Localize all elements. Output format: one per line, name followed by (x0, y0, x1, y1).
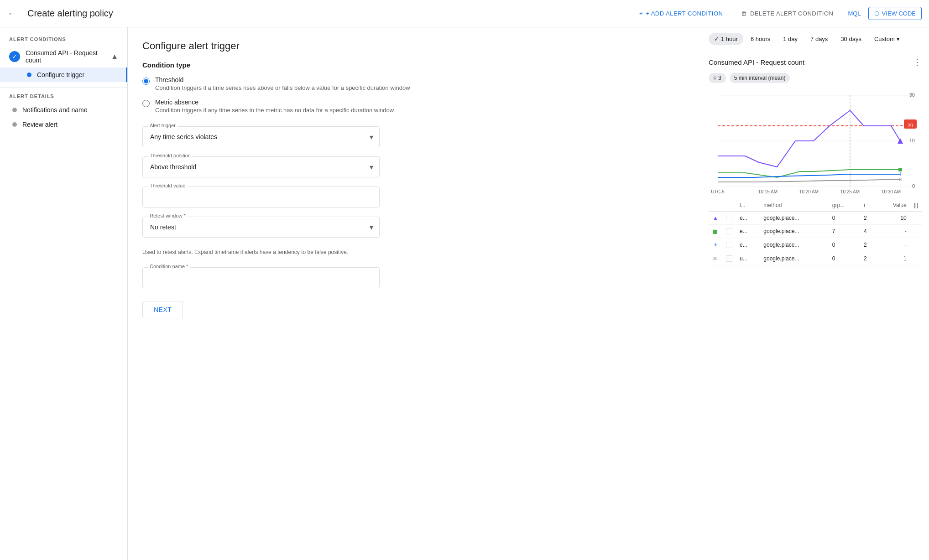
main-title: Configure alert trigger (142, 40, 686, 52)
threshold-position-wrapper: Threshold position Above threshold (142, 156, 380, 177)
chevron-up-icon: ▲ (111, 52, 118, 61)
legend-grp: 0 (829, 238, 860, 252)
dot-icon-2 (12, 122, 17, 127)
code-icon: ⬡ (874, 10, 879, 17)
legend-col1: u... (736, 252, 760, 265)
legend-row[interactable]: ◼ e... google.place... 7 4 - (709, 225, 922, 238)
legend-symbol: ▲ (709, 212, 722, 225)
legend-r: 4 (860, 225, 877, 238)
next-button[interactable]: NEXT (142, 301, 183, 318)
metric-absence-radio-desc: Condition triggers if any time series in… (155, 107, 394, 114)
legend-grp: 0 (829, 212, 860, 225)
legend-col-grp: grp... (829, 199, 860, 212)
retest-window-select[interactable]: No retest (142, 217, 380, 238)
svg-text:20: 20 (908, 123, 913, 128)
threshold-value-input[interactable]: 20 (142, 187, 380, 207)
svg-text:10:30 AM: 10:30 AM (882, 189, 901, 194)
legend-value: - (877, 225, 910, 238)
legend-grp: 7 (829, 225, 860, 238)
threshold-radio-desc: Condition triggers if a time series rise… (155, 84, 410, 91)
chart-menu-button[interactable]: ⋮ (913, 57, 922, 67)
time-btn-1hour[interactable]: ✓ 1 hour (709, 33, 743, 45)
right-panel: ✓ 1 hour 6 hours 1 day 7 days 30 days Cu… (701, 27, 929, 560)
chart-svg: 30 10 0 20 (709, 88, 922, 199)
metric-absence-radio-label: Metric absence (155, 99, 394, 106)
legend-row[interactable]: ✕ u... google.place... 0 2 1 (709, 252, 922, 265)
legend-method: google.place... (760, 252, 828, 265)
metric-absence-radio[interactable] (142, 100, 150, 107)
legend-symbol: ✕ (709, 252, 722, 265)
alert-trigger-select[interactable]: Any time series violates (142, 126, 380, 147)
threshold-radio[interactable] (142, 78, 150, 85)
legend-method: google.place... (760, 238, 828, 252)
sidebar-item-configure-trigger[interactable]: Configure trigger (0, 67, 127, 82)
legend-col-bar (910, 225, 922, 238)
legend-check[interactable] (722, 212, 736, 225)
alert-trigger-wrapper: Alert trigger Any time series violates (142, 126, 380, 147)
svg-text:10:25 AM: 10:25 AM (840, 189, 860, 194)
svg-text:10: 10 (909, 138, 915, 143)
page-title: Create alerting policy (27, 8, 625, 19)
threshold-radio-option[interactable]: Threshold Condition triggers if a time s… (142, 76, 686, 91)
chart-svg-element: 30 10 0 20 (709, 88, 919, 198)
legend-check[interactable] (722, 225, 736, 238)
legend-col-bar (910, 252, 922, 265)
condition-type-label: Condition type (142, 61, 686, 69)
legend-check[interactable] (722, 238, 736, 252)
threshold-position-select[interactable]: Above threshold (142, 156, 380, 177)
svg-text:0: 0 (912, 183, 915, 189)
plus-icon: + (639, 10, 643, 17)
threshold-value-wrapper: Threshold value 20 (142, 187, 380, 207)
legend-row[interactable]: ＋ e... google.place... 0 2 - (709, 238, 922, 252)
retest-window-wrapper: Retest window * No retest (142, 217, 380, 238)
retest-window-label: Retest window * (148, 213, 188, 218)
delete-alert-condition-button[interactable]: 🗑 DELETE ALERT CONDITION (737, 10, 837, 17)
time-btn-30days[interactable]: 30 days (835, 33, 867, 45)
legend-grp: 0 (829, 252, 860, 265)
time-btn-7days[interactable]: 7 days (805, 33, 833, 45)
legend-symbol: ◼ (709, 225, 722, 238)
legend-col-chart: ||| (910, 199, 922, 212)
series-count-chip[interactable]: ≡ 3 (709, 73, 726, 83)
legend-method: google.place... (760, 225, 828, 238)
condition-item-label: Consumed API - Request count (26, 49, 105, 64)
check-mark: ✓ (714, 36, 719, 42)
legend-check[interactable] (722, 252, 736, 265)
legend-col1: e... (736, 212, 760, 225)
time-btn-1day[interactable]: 1 day (778, 33, 803, 45)
legend-r: 2 (860, 238, 877, 252)
chart-container: Consumed API - Request count ⋮ ≡ 3 5 min… (701, 49, 929, 560)
review-label: Review alert (22, 121, 57, 128)
topbar-right: MQL ⬡ VIEW CODE (848, 7, 922, 20)
view-code-button[interactable]: ⬡ VIEW CODE (868, 7, 922, 20)
metric-absence-radio-option[interactable]: Metric absence Condition triggers if any… (142, 99, 686, 114)
time-btn-custom[interactable]: Custom ▾ (869, 33, 905, 45)
mql-button[interactable]: MQL (848, 10, 861, 17)
legend-symbol: ＋ (709, 238, 722, 252)
time-btn-6hours[interactable]: 6 hours (745, 33, 776, 45)
sidebar-item-review[interactable]: Review alert (0, 117, 127, 132)
condition-type-radio-group: Threshold Condition triggers if a time s… (142, 76, 686, 114)
interval-chip[interactable]: 5 min interval (mean) (730, 73, 790, 83)
chart-toggle-icon[interactable]: ||| (914, 202, 918, 208)
alert-details-label: ALERT DETAILS (0, 93, 127, 103)
check-icon: ✓ (9, 51, 20, 62)
sidebar-item-notifications[interactable]: Notifications and name (0, 103, 127, 117)
back-button[interactable]: ← (7, 8, 16, 19)
notifications-label: Notifications and name (22, 106, 87, 114)
condition-name-wrapper: Condition name * Consumed API - Request … (142, 267, 380, 288)
sidebar-item-consumed-api[interactable]: ✓ Consumed API - Request count ▲ (0, 46, 127, 67)
legend-value: 10 (877, 212, 910, 225)
legend-row[interactable]: ▲ e... google.place... 0 2 10 (709, 212, 922, 225)
sidebar-divider (0, 88, 127, 88)
condition-name-input[interactable]: Consumed API - Request count (142, 267, 380, 288)
add-alert-condition-button[interactable]: + + ADD ALERT CONDITION (636, 10, 726, 17)
legend-col1: e... (736, 225, 760, 238)
legend-col-bar (910, 212, 922, 225)
retest-window-select-wrapper: No retest (142, 217, 380, 238)
active-dot (27, 73, 31, 77)
main-form: Configure alert trigger Condition type T… (128, 27, 701, 560)
legend-col-r: r (860, 199, 877, 212)
alert-conditions-label: ALERT CONDITIONS (0, 36, 127, 46)
filter-icon: ≡ (713, 75, 716, 81)
